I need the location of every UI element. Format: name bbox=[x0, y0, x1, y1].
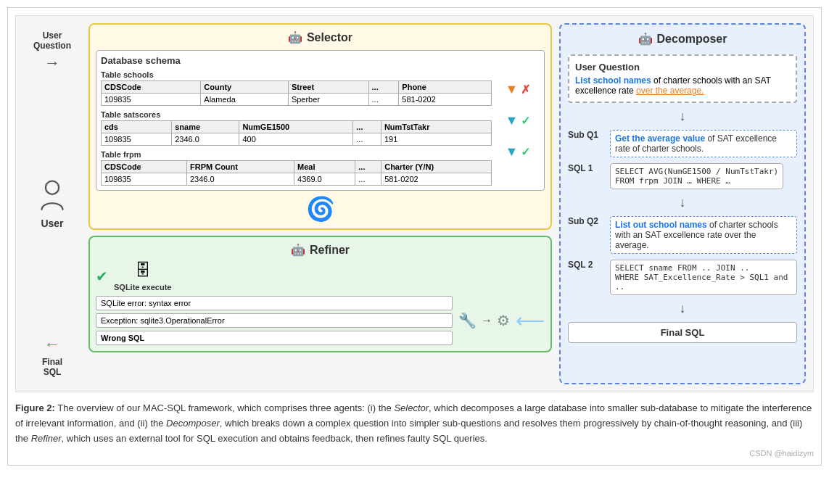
decomposer-robot-icon: 🤖 bbox=[638, 32, 653, 46]
check-mark-2: ✓ bbox=[521, 114, 530, 128]
blue-arrow-icon: ⟵ bbox=[516, 310, 545, 332]
caption-text-1: The overview of our MAC-SQL framework, w… bbox=[15, 402, 812, 444]
arrow-down-3: ↓ bbox=[568, 301, 797, 316]
middle-column: 🤖 Selector Database schema Table schools bbox=[88, 23, 552, 384]
error-boxes: SQLite error: syntax error Exception: sq… bbox=[96, 296, 453, 345]
sql2-label: SQL 2 bbox=[568, 260, 604, 270]
diagram-area: UserQuestion → User ← FinalSQL 🤖 bbox=[15, 15, 814, 392]
refiner-bottom-row: SQLite error: syntax error Exception: sq… bbox=[96, 296, 545, 345]
table-frpm-container: Table frpm CDSCodeFRPM CountMeal...Chart… bbox=[101, 150, 492, 186]
table-frpm: CDSCodeFRPM CountMeal...Charter (Y/N) 10… bbox=[101, 160, 492, 186]
error-box-3: Wrong SQL bbox=[96, 331, 453, 345]
selector-robot-icon: 🤖 bbox=[288, 30, 302, 44]
sql2-box: SELECT sname FROM .. JOIN .. WHERE SAT_E… bbox=[610, 260, 797, 295]
table-frpm-title: Table frpm bbox=[101, 150, 492, 159]
table-schools: CDSCodeCountyStreet...Phone 109835Alamed… bbox=[101, 80, 492, 106]
caption-label: Figure 2: bbox=[15, 402, 55, 413]
sqlite-label: SQLite execute bbox=[114, 283, 171, 292]
error-box-1: SQLite error: syntax error bbox=[96, 296, 453, 310]
highlight-list-school-names: List school names bbox=[575, 75, 651, 86]
refiner-inner: ✔ 🗄 SQLite execute SQLite error: syntax … bbox=[96, 261, 545, 345]
decomposer-column: 🤖 Decomposer User Question List school n… bbox=[559, 23, 806, 384]
sql1-label: SQL 1 bbox=[568, 163, 604, 173]
arrow-down-2: ↓ bbox=[568, 195, 797, 210]
table-schools-title: Table schools bbox=[101, 70, 492, 79]
subq1-text: Get the average value of SAT excellence … bbox=[610, 130, 797, 157]
selector-title: 🤖 Selector bbox=[96, 30, 545, 44]
final-sql-label: FinalSQL bbox=[42, 357, 62, 377]
watermark: CSDN @haidizym bbox=[15, 449, 814, 458]
filter-item-2: ▼ ✓ bbox=[506, 113, 531, 128]
gear-icon: ⚙ bbox=[497, 312, 510, 329]
subq2-label: Sub Q2 bbox=[568, 216, 604, 226]
refiner-robot-icon: 🤖 bbox=[291, 243, 305, 257]
table-satscores-container: Table satscores cdssnameNumGE1500...NumT… bbox=[101, 110, 492, 146]
user-icon-area: User bbox=[38, 178, 67, 229]
decomposer-title: 🤖 Decomposer bbox=[568, 32, 797, 46]
user-question-content: List school names of charter schools wit… bbox=[575, 75, 790, 96]
subq2-highlight: List out school names bbox=[615, 220, 707, 230]
filter-column: ▼ ✗ ▼ ✓ ▼ ✓ bbox=[496, 70, 540, 160]
sqlite-execute: 🗄 SQLite execute bbox=[114, 261, 171, 292]
user-icon bbox=[38, 178, 67, 215]
subq2-text: List out school names of charter schools… bbox=[610, 216, 797, 254]
cross-mark-1: ✗ bbox=[521, 83, 530, 96]
sql1-row: SQL 1 SELECT AVG(NumGE1500 / NumTstTakr)… bbox=[568, 163, 797, 189]
table-schools-container: Table schools CDSCodeCountyStreet...Phon… bbox=[101, 70, 492, 106]
user-question-label: UserQuestion bbox=[33, 30, 71, 51]
user-label: User bbox=[41, 218, 63, 229]
refiner-box: 🤖 Refiner ✔ 🗄 SQLite execute SQLite erro… bbox=[88, 236, 552, 352]
wrench-icon: 🔧 bbox=[458, 312, 477, 329]
subq1-label: Sub Q1 bbox=[568, 130, 604, 140]
sqlite-db-icon: 🗄 bbox=[135, 261, 151, 280]
tools-area: 🔧 → ⚙ bbox=[458, 312, 510, 329]
figure-container: UserQuestion → User ← FinalSQL 🤖 bbox=[7, 7, 822, 466]
table-satscores-title: Table satscores bbox=[101, 110, 492, 119]
arrow-down-1: ↓ bbox=[568, 109, 797, 124]
refiner-arrow: ⟵ bbox=[516, 309, 545, 333]
caption: Figure 2: The overview of our MAC-SQL fr… bbox=[15, 401, 814, 446]
chatgpt-icon: 🌀 bbox=[306, 196, 335, 222]
filter-item-1: ▼ ✗ bbox=[506, 82, 531, 97]
user-question-box: User Question List school names of chart… bbox=[568, 54, 797, 103]
refiner-check-icon: ✔ bbox=[96, 268, 108, 285]
db-schema-box: Database schema Table schools CDSCodeCou… bbox=[96, 50, 545, 191]
highlight-over-average: over the average. bbox=[636, 86, 704, 96]
subq1-highlight: Get the average value bbox=[615, 133, 705, 144]
user-column: UserQuestion → User ← FinalSQL bbox=[23, 23, 81, 384]
user-question-title: User Question bbox=[575, 62, 790, 73]
decomposer-final-sql: Final SQL bbox=[568, 322, 797, 343]
funnel-icon-1: ▼ bbox=[506, 82, 519, 97]
selector-box: 🤖 Selector Database schema Table schools bbox=[88, 23, 552, 230]
db-schema-title: Database schema bbox=[101, 55, 540, 66]
error-box-2: Exception: sqlite3.OperationalError bbox=[96, 313, 453, 328]
table-satscores: cdssnameNumGE1500...NumTstTakr 109835234… bbox=[101, 120, 492, 146]
sql2-row: SQL 2 SELECT sname FROM .. JOIN .. WHERE… bbox=[568, 260, 797, 295]
subq2-row: Sub Q2 List out school names of charter … bbox=[568, 216, 797, 254]
funnel-icon-2: ▼ bbox=[506, 113, 519, 128]
filter-item-3: ▼ ✓ bbox=[506, 144, 531, 160]
tables-and-filters: Table schools CDSCodeCountyStreet...Phon… bbox=[101, 70, 540, 186]
svg-point-0 bbox=[46, 181, 59, 194]
tables-column: Table schools CDSCodeCountyStreet...Phon… bbox=[101, 70, 492, 186]
refiner-title: 🤖 Refiner bbox=[96, 243, 545, 257]
check-mark-3: ✓ bbox=[521, 145, 530, 159]
sql1-box: SELECT AVG(NumGE1500 / NumTstTakr) FROM … bbox=[610, 163, 783, 189]
subq1-row: Sub Q1 Get the average value of SAT exce… bbox=[568, 130, 797, 157]
funnel-icon-3: ▼ bbox=[506, 144, 519, 160]
refiner-top-row: ✔ 🗄 SQLite execute bbox=[96, 261, 545, 292]
